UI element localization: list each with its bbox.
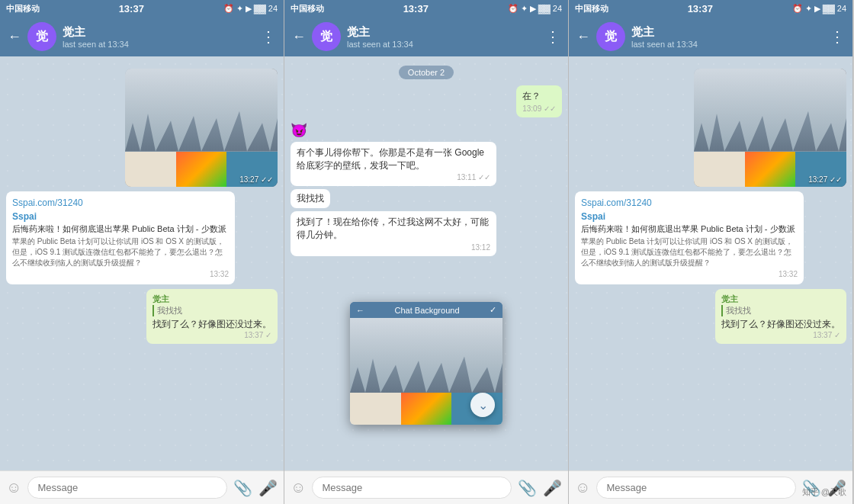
- message-input-1[interactable]: [27, 477, 227, 499]
- bubble-text-4: 找到了！现在给你传，不过我这网不太好，可能得几分钟。: [297, 216, 490, 242]
- phone-panel-2: 中国移动 13:37 ⏰ ✦ ▶ ▓▓ 24 ← 觉 觉主 last seen …: [284, 0, 569, 504]
- back-button-2[interactable]: ←: [292, 29, 306, 45]
- status-bar-3: 中国移动 13:37 ⏰ ✦ ▶ ▓▓ 24: [569, 0, 852, 17]
- input-bar-1: ☺ 📎 🎤: [0, 470, 284, 504]
- bubble-text-1: 在？: [522, 90, 556, 103]
- reply-bubble-1: 觉主 我找找 找到了么？好像图还没过来。 13:37 ✓: [146, 289, 278, 344]
- emoji-icon-1[interactable]: ☺: [6, 479, 21, 496]
- link-time-1: 13:32: [12, 270, 229, 278]
- reply-text-3: 找到了么？好像图还没过来。: [721, 318, 840, 331]
- phone-panel-3: 中国移动 13:37 ⏰ ✦ ▶ ▓▓ 24 ← 觉 觉主 last seen …: [569, 0, 853, 504]
- avatar-2: 觉: [312, 22, 341, 51]
- bubble-in-2: 我找找: [291, 189, 330, 208]
- bubble-time-1: 13:09 ✓✓: [522, 104, 556, 113]
- time-3: 13:37: [688, 3, 713, 14]
- message-input-3[interactable]: [596, 477, 796, 499]
- contact-name-3: 觉主: [631, 25, 824, 40]
- link-title-1: 后悔药来啦！如何彻底退出苹果 Public Beta 计划 - 少数派: [12, 223, 229, 235]
- attach-icon-3[interactable]: 📎: [802, 479, 821, 497]
- input-bar-3: ☺ 📎 🎤: [569, 470, 852, 504]
- scroll-down-button[interactable]: ⌄: [470, 393, 495, 417]
- avatar-3: 觉: [596, 22, 625, 51]
- contact-status-2: last seen at 13:34: [347, 40, 539, 49]
- inner-strip-2: [401, 393, 452, 425]
- chat-header-2: ← 觉 觉主 last seen at 13:34 ⋮: [284, 17, 568, 56]
- back-button-3[interactable]: ←: [576, 29, 590, 45]
- menu-button-1[interactable]: ⋮: [261, 27, 276, 46]
- reply-sender-3: 觉主: [721, 294, 840, 305]
- date-divider-2: October 2: [399, 66, 454, 79]
- carrier-1: 中国移动: [6, 3, 40, 14]
- time-1: 13:37: [119, 3, 144, 14]
- header-info-1: 觉主 last seen at 13:34: [63, 25, 255, 49]
- emoji-msg: 😈: [291, 122, 307, 139]
- header-info-2: 觉主 last seen at 13:34: [347, 25, 539, 49]
- messages-list-1: 13:27 ✓✓ Sspai.com/31240 Sspai 后悔药来啦！如何彻…: [0, 56, 284, 470]
- reply-time-3: 13:37 ✓: [721, 331, 840, 339]
- back-button-1[interactable]: ←: [8, 29, 21, 45]
- status-bar-2: 中国移动 13:37 ⏰ ✦ ▶ ▓▓ 24: [284, 0, 568, 17]
- messages-list-2: October 2 在？ 13:09 ✓✓ 😈 有个事儿得你帮下。你那是不是有一…: [284, 56, 568, 470]
- chat-header-3: ← 觉 觉主 last seen at 13:34 ⋮: [569, 17, 852, 56]
- inner-back[interactable]: ←: [356, 306, 364, 315]
- inner-strip-1: [350, 393, 401, 425]
- link-card-3: Sspai.com/31240 Sspai 后悔药来啦！如何彻底退出苹果 Pub…: [575, 191, 804, 284]
- emoji-icon-3[interactable]: ☺: [575, 479, 590, 496]
- status-icons-3: ⏰ ✦ ▶ ▓▓ 24: [792, 4, 847, 14]
- chat-body-2: October 2 在？ 13:09 ✓✓ 😈 有个事儿得你帮下。你那是不是有一…: [284, 56, 568, 470]
- carrier-3: 中国移动: [575, 3, 608, 14]
- mic-icon-2[interactable]: 🎤: [543, 479, 562, 497]
- chat-body-1: 13:27 ✓✓ Sspai.com/31240 Sspai 后悔药来啦！如何彻…: [0, 56, 284, 470]
- reply-text-1: 找到了么？好像图还没过来。: [152, 318, 271, 331]
- bubble-text-3: 我找找: [297, 192, 324, 205]
- contact-name-1: 觉主: [63, 25, 255, 40]
- menu-button-3[interactable]: ⋮: [830, 27, 845, 46]
- chat-background-label: Chat Background: [395, 306, 460, 315]
- link-time-3: 13:32: [581, 270, 798, 278]
- reply-sender-1: 觉主: [152, 294, 271, 305]
- menu-button-2[interactable]: ⋮: [545, 27, 560, 46]
- chat-body-3: 13:27 ✓✓ Sspai.com/31240 Sspai 后悔药来啦！如何彻…: [569, 56, 852, 470]
- inner-phone: ← Chat Background ✓ ⌄: [350, 302, 502, 425]
- reply-quoted-3: 我找找: [721, 305, 840, 316]
- image-message-1: 13:27 ✓✓: [125, 69, 278, 187]
- messages-list-3: 13:27 ✓✓ Sspai.com/31240 Sspai 后悔药来啦！如何彻…: [569, 56, 852, 470]
- phone-panel-1: 中国移动 13:37 ⏰ ✦ ▶ ▓▓ 24 ← 觉 觉主 last seen …: [0, 0, 284, 504]
- contact-status-1: last seen at 13:34: [63, 40, 255, 49]
- bubble-out-1: 在？ 13:09 ✓✓: [516, 85, 562, 117]
- contact-name-2: 觉主: [347, 25, 539, 40]
- reply-bubble-3: 觉主 我找找 找到了么？好像图还没过来。 13:37 ✓: [715, 289, 846, 344]
- link-desc-3: 苹果的 Public Beta 计划可以让你试用 iOS 和 OS X 的测试版…: [581, 236, 798, 268]
- inner-phone-body: ⌄: [350, 318, 502, 425]
- avatar-1: 觉: [27, 22, 56, 51]
- status-icons-2: ⏰ ✦ ▶ ▓▓ 24: [508, 4, 563, 14]
- reply-quoted-1: 我找找: [152, 305, 271, 316]
- inner-check[interactable]: ✓: [490, 305, 496, 315]
- link-source-1: Sspai: [12, 211, 229, 222]
- link-title-3: 后悔药来啦！如何彻底退出苹果 Public Beta 计划 - 少数派: [581, 223, 798, 235]
- attach-icon-2[interactable]: 📎: [518, 479, 537, 497]
- time-2: 13:37: [403, 3, 429, 14]
- link-source-3: Sspai: [581, 211, 798, 222]
- input-bar-2: ☺ 📎 🎤: [284, 470, 568, 504]
- mic-icon-3[interactable]: 🎤: [827, 479, 846, 497]
- image-time-1: 13:27 ✓✓: [239, 175, 273, 184]
- image-time-3: 13:27 ✓✓: [808, 175, 842, 184]
- message-input-2[interactable]: [312, 477, 512, 499]
- link-desc-1: 苹果的 Public Beta 计划可以让你试用 iOS 和 OS X 的测试版…: [12, 236, 229, 268]
- bubble-in-1: 有个事儿得你帮下。你那是不是有一张 Google 给底彩字的壁纸，发我一下吧。 …: [291, 142, 496, 187]
- inner-phone-header: ← Chat Background ✓: [350, 302, 502, 318]
- bubble-time-2: 13:11 ✓✓: [297, 173, 490, 181]
- image-message-3: 13:27 ✓✓: [694, 69, 846, 187]
- bubble-time-3: 13:12: [297, 243, 490, 252]
- carrier-2: 中国移动: [291, 3, 324, 14]
- emoji-icon-2[interactable]: ☺: [291, 479, 306, 496]
- link-url-1[interactable]: Sspai.com/31240: [12, 197, 229, 208]
- link-url-3[interactable]: Sspai.com/31240: [581, 197, 798, 208]
- mic-icon-1[interactable]: 🎤: [258, 479, 278, 497]
- bubble-text-2: 有个事儿得你帮下。你那是不是有一张 Google 给底彩字的壁纸，发我一下吧。: [297, 146, 490, 172]
- chat-header-1: ← 觉 觉主 last seen at 13:34 ⋮: [0, 17, 284, 56]
- status-bar-1: 中国移动 13:37 ⏰ ✦ ▶ ▓▓ 24: [0, 0, 284, 17]
- status-icons-1: ⏰ ✦ ▶ ▓▓ 24: [223, 4, 278, 14]
- attach-icon-1[interactable]: 📎: [233, 479, 252, 497]
